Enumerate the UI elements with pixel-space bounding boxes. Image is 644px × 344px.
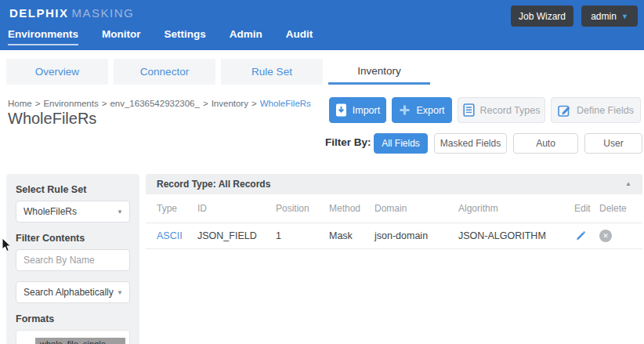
chevron-down-icon: ▼ (117, 208, 123, 215)
table-header-row: Type ID Position Method Domain Algorithm… (146, 194, 642, 223)
delphix-logo: DELPHIXMASKING (9, 6, 134, 20)
filter-masked-fields-button[interactable]: Masked Fields (434, 133, 507, 154)
cell-type-link[interactable]: ASCII (157, 230, 197, 241)
column-header-method: Method (329, 203, 374, 214)
column-header-id: ID (197, 203, 276, 214)
export-button[interactable]: Export (392, 97, 452, 123)
column-header-domain: Domain (374, 203, 458, 214)
page-title: WholeFileRs (8, 110, 96, 128)
nav-monitor[interactable]: Monitor (102, 28, 141, 45)
delete-x-glyph: ✕ (599, 230, 612, 242)
app-header: DELPHIXMASKING Environments Monitor Sett… (0, 0, 644, 50)
tab-inventory[interactable]: Inventory (328, 59, 430, 85)
format-item-selected[interactable]: whole_file_single... (35, 338, 125, 344)
breadcrumb-separator: > (251, 99, 257, 108)
breadcrumb-environments[interactable]: Environments (43, 99, 98, 108)
define-fields-edit-icon (558, 104, 571, 117)
nav-settings[interactable]: Settings (165, 28, 206, 45)
user-menu-button[interactable]: admin ▼ (581, 5, 638, 27)
define-fields-button[interactable]: Define Fields (551, 97, 641, 123)
record-types-label: Record Types (480, 105, 541, 116)
rule-set-value: WholeFileRs (24, 206, 77, 217)
define-fields-label: Define Fields (577, 105, 634, 116)
collapse-caret-icon[interactable]: ▲ (625, 180, 631, 187)
rule-set-sidebar: Select Rule Set WholeFileRs ▼ Filter Con… (6, 174, 139, 344)
job-wizard-button[interactable]: Job Wizard (511, 5, 573, 27)
breadcrumb-current[interactable]: WholeFileRs (260, 99, 311, 108)
breadcrumb: Home>Environments>env_1636542932306_>Inv… (8, 99, 311, 108)
column-header-delete: Delete (599, 203, 642, 214)
main-nav: Environments Monitor Settings Admin Audi… (8, 28, 313, 45)
cell-id: JSON_FIELD (197, 230, 276, 241)
sort-value: Search Alphabetically (24, 287, 114, 298)
sort-select[interactable]: Search Alphabetically ▼ (16, 281, 130, 303)
breadcrumb-separator: > (203, 99, 208, 108)
edit-pencil-icon[interactable] (574, 230, 599, 242)
filter-auto-button[interactable]: Auto (513, 133, 578, 154)
tab-rule-set[interactable]: Rule Set (221, 59, 323, 85)
chevron-down-icon: ▼ (117, 289, 123, 296)
user-menu-label: admin (591, 11, 617, 22)
breadcrumb-home[interactable]: Home (8, 99, 32, 108)
cell-position: 1 (276, 230, 329, 241)
tab-strip: Overview Connector Rule Set Inventory (6, 59, 430, 85)
breadcrumb-environment-name[interactable]: env_1636542932306_ (110, 99, 199, 108)
cell-algorithm: JSON-ALGORITHM (458, 230, 574, 241)
record-types-button[interactable]: Record Types (458, 97, 545, 123)
inventory-table: Record Type: All Records ▲ Type ID Posit… (146, 174, 642, 249)
import-label: Import (353, 105, 380, 116)
column-header-position: Position (276, 203, 329, 214)
filter-all-fields-button[interactable]: All Fields (374, 133, 428, 154)
filter-user-button[interactable]: User (584, 133, 642, 154)
tab-connector[interactable]: Connector (114, 59, 215, 85)
column-header-edit: Edit (574, 203, 599, 214)
record-type-header-label: Record Type: All Records (157, 179, 270, 190)
tab-overview[interactable]: Overview (6, 59, 108, 85)
nav-admin[interactable]: Admin (230, 28, 262, 45)
export-label: Export (416, 105, 444, 116)
column-header-algorithm: Algorithm (458, 203, 574, 214)
breadcrumb-separator: > (102, 99, 107, 108)
chevron-down-icon: ▼ (621, 13, 628, 20)
delete-icon[interactable]: ✕ (599, 230, 642, 242)
formats-label: Formats (16, 313, 130, 324)
rule-set-select[interactable]: WholeFileRs ▼ (16, 201, 130, 223)
import-button[interactable]: Import (329, 97, 386, 123)
column-header-type: Type (157, 203, 197, 214)
filter-contents-label: Filter Contents (16, 233, 130, 244)
select-rule-set-label: Select Rule Set (16, 184, 130, 195)
nav-environments[interactable]: Environments (8, 28, 78, 45)
nav-audit[interactable]: Audit (286, 28, 313, 45)
import-icon (335, 103, 347, 117)
filter-by-label: Filter By: (325, 136, 371, 148)
table-row: ASCII JSON_FIELD 1 Mask json-domain JSON… (146, 223, 642, 249)
formats-list: whole_file_single... (16, 330, 130, 344)
search-by-name-input[interactable] (16, 249, 130, 271)
cell-method: Mask (329, 230, 374, 241)
export-plus-icon (399, 104, 411, 116)
cell-domain: json-domain (374, 230, 458, 241)
breadcrumb-separator: > (35, 99, 41, 108)
brand-primary: DELPHIX (9, 6, 69, 20)
brand-secondary: MASKING (72, 6, 135, 20)
record-type-header: Record Type: All Records ▲ (146, 174, 642, 194)
record-types-document-icon (463, 103, 475, 117)
breadcrumb-inventory[interactable]: Inventory (212, 99, 248, 108)
